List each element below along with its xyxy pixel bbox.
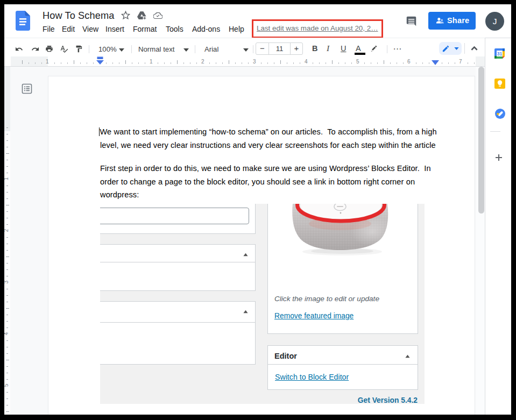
- svg-text:31: 31: [497, 51, 503, 56]
